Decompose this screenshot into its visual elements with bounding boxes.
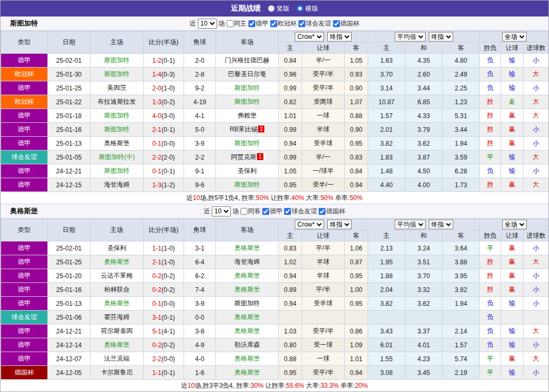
home-team: 柏林联合 [90, 283, 144, 297]
handicap-line: 半球 [302, 269, 345, 283]
league-filter-checkbox[interactable] [248, 20, 255, 27]
league-filter-label: 德国杯 [326, 207, 345, 216]
average-select[interactable]: 平均值 [395, 220, 426, 229]
col-corner: 角球 [184, 219, 216, 241]
crow-home-odds: 0.94 [279, 269, 302, 283]
section-header: 奥格斯堡 近 10 场 同客德甲球会友谊德国杯 [1, 204, 548, 219]
fulltime-score: 3-1 [152, 314, 161, 321]
league-filter-checkbox[interactable] [298, 20, 305, 27]
col-score: 比分(半场) [144, 31, 184, 54]
final-avg-select[interactable]: 终指 [429, 220, 453, 229]
league-badge: 德甲 [1, 352, 48, 366]
handicap-line: 受半球 [302, 137, 345, 151]
goals-flag: 小 [523, 269, 549, 283]
fulltime-score: 1-4 [152, 71, 161, 78]
league-filter-checkbox[interactable] [319, 208, 326, 215]
halftime-score: (0-1) [162, 57, 175, 64]
bookmaker-select[interactable]: Crow* [295, 32, 324, 41]
league-filter-label: 球会友谊 [306, 19, 331, 28]
result-flag: 平 [480, 352, 501, 366]
home-team: 斯图加特(中) [90, 151, 144, 164]
halftime-score: (1-2) [162, 181, 175, 189]
match-row: 德甲25-01-13奥格斯堡0-1(0-0)3-9斯图加特0.94受半球0.95… [1, 137, 549, 151]
handicap-flag: 输 [501, 297, 523, 311]
corner-score: 9-2 [184, 81, 216, 95]
col-handicap-result: 让球 [501, 43, 523, 54]
result-flag: 负 [480, 324, 501, 338]
scope-select[interactable]: 全场 [502, 32, 527, 41]
same-venue: 同客 [240, 207, 261, 216]
match-date: 25-01-16 [48, 283, 90, 297]
match-date: 25-01-06 [48, 311, 90, 324]
final-odds-select[interactable]: 终指 [327, 32, 352, 41]
bookmaker-select[interactable]: Crow* [295, 220, 324, 229]
avg-draw-odds [405, 311, 443, 324]
league-badge: 德甲 [1, 269, 48, 283]
league-filter-checkbox[interactable] [284, 208, 291, 215]
match-score: 1-4(0-3) [144, 68, 184, 81]
league-filter-checkbox[interactable] [262, 208, 269, 215]
away-team: 门兴格拉德巴赫 [216, 54, 279, 68]
summary-segment: 场,胜5平1负4, 胜率: [200, 194, 256, 202]
fulltime-score: 1-1 [152, 369, 161, 377]
handicap-flag: 赢 [501, 241, 523, 255]
average-select[interactable]: 平均值 [395, 32, 426, 41]
avg-away-odds: 1.57 [443, 338, 480, 352]
match-score: 2-0(1-0) [144, 81, 184, 95]
summary-segment: 33.3% [321, 382, 339, 389]
scope-select[interactable]: 全场 [502, 220, 527, 229]
halftime-score: (3-0) [162, 112, 175, 120]
match-date: 25-02-01 [48, 241, 90, 255]
same-venue-label: 同客 [248, 207, 261, 216]
avg-home-odds: 2.13 [368, 241, 405, 255]
avg-away-odds: 4.80 [443, 54, 480, 68]
match-row: 德甲25-01-16柏林联合0-2(0-2)7-4奥格斯堡0.89平/半1.00… [1, 283, 549, 297]
scope-group: 全场 [480, 219, 549, 230]
avg-draw-odds: 3.37 [405, 324, 443, 338]
handicap-flag: 赢 [501, 269, 523, 283]
away-team: 奥格斯堡 [216, 283, 279, 297]
summary-segment: 近 [181, 382, 188, 389]
league-filter-checkbox[interactable] [270, 20, 277, 27]
same-venue-label: 同主 [234, 19, 247, 28]
same-venue-checkbox[interactable] [227, 20, 234, 27]
crow-home-odds: 0.94 [279, 297, 302, 311]
final-avg-select[interactable]: 终指 [429, 32, 453, 41]
match-score: 1-1(1-0) [144, 241, 184, 255]
handicap-flag: 赢 [501, 352, 523, 366]
summary-segment: 55.6% [286, 382, 304, 389]
match-date: 24-12-15 [48, 178, 90, 192]
league-filter-checkbox[interactable] [333, 20, 340, 27]
avg-away-odds: 3.88 [443, 255, 480, 269]
goals-flag: 小 [523, 241, 549, 255]
avg-home-odds: 1.95 [368, 255, 405, 269]
summary-segment: 40% [292, 194, 304, 202]
match-count-select[interactable]: 10 [212, 206, 231, 216]
summary-segment: 10 [188, 382, 195, 389]
corner-score: 4-0 [184, 352, 216, 366]
match-count-select[interactable]: 10 [198, 19, 217, 29]
corner-score: 3-1 [184, 241, 216, 255]
match-date: 25-01-22 [48, 95, 90, 109]
result-flag: 负 [480, 338, 501, 352]
final-odds-select[interactable]: 终指 [327, 220, 352, 229]
col-avg-home: 主 [368, 43, 405, 54]
fulltime-score: 0-2 [152, 341, 161, 349]
result-flag: 负 [480, 54, 501, 68]
home-team: 云达不莱梅 [90, 269, 144, 283]
vertical-layout-radio[interactable]: 竖版 [268, 4, 289, 13]
halftime-score: (0-2) [162, 286, 175, 294]
handicap-flag: 赢 [501, 123, 523, 137]
result-flag: 平 [480, 151, 501, 164]
handicap-odds-group: Crow* 终指 [279, 31, 368, 43]
match-date: 25-01-13 [48, 297, 90, 311]
halftime-score: (0-1) [162, 126, 175, 134]
summary-segment: 30% [251, 382, 263, 389]
same-venue-checkbox[interactable] [240, 208, 247, 215]
corner-score: 2-0 [184, 54, 216, 68]
league-filter-label: 德国杯 [340, 19, 360, 28]
match-row: 德甲25-01-25美因茨2-0(1-0)9-2斯图加特0.99受平/半0.90… [1, 81, 549, 95]
match-date: 25-01-18 [48, 109, 90, 123]
match-score: 0-2(0-2) [144, 338, 184, 352]
horizontal-layout-radio[interactable]: 横版 [297, 4, 318, 13]
